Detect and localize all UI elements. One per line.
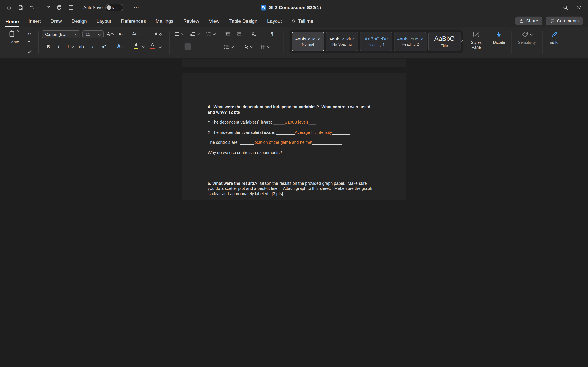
editor-button[interactable]: Editor [546,31,563,45]
share-user-button[interactable] [576,4,582,10]
format-painter-button[interactable] [26,48,33,54]
subscript-button[interactable]: x₂ [90,43,97,50]
lightbulb-icon [292,19,296,24]
numbering-button[interactable] [190,31,199,38]
shrink-font-button[interactable]: A [118,31,125,38]
align-center-button[interactable] [185,43,191,50]
italic-button[interactable]: I [55,43,62,50]
shading-button[interactable] [243,43,253,50]
more-commands-button[interactable]: ⋯ [134,4,139,11]
save-button[interactable] [17,4,24,10]
font-color-button[interactable]: A [150,43,155,48]
bold-button[interactable]: B [45,43,52,50]
paragraph-6[interactable]: 5. What were the results? Graph the resu… [208,180,374,196]
ribbon-tab-bar: HomeInsertDrawDesignLayoutReferencesMail… [0,15,588,27]
tab-layout[interactable]: Layout [96,16,111,27]
grow-font-button[interactable]: A [107,31,113,38]
undo-dropdown-chevron-icon[interactable] [36,6,40,9]
tab-layout[interactable]: Layout [267,16,282,27]
multilevel-list-button[interactable] [206,31,215,38]
underline-button[interactable]: U [64,43,70,50]
borders-button[interactable] [260,43,270,50]
sort-button[interactable] [251,31,257,38]
tab-table-design[interactable]: Table Design [229,16,258,27]
document-page[interactable]: 4. What were the dependent and independe… [182,73,406,200]
styles-gallery-expand-button[interactable]: › [461,38,463,43]
strikethrough-button[interactable]: ab [78,43,85,50]
line-spacing-button[interactable] [224,43,233,50]
comments-button[interactable]: Comments [546,17,583,25]
tab-draw[interactable]: Draw [51,16,62,27]
document-title-group[interactable]: W SI 2 Concussion S22(1) [261,0,327,15]
share-icon [519,19,524,23]
change-case-button[interactable]: Aa [132,31,141,38]
highlight-color-button[interactable]: ab [134,43,138,48]
autosave-knob [107,5,111,10]
align-right-button[interactable] [195,43,202,50]
quick-edit-button[interactable] [68,4,74,10]
superscript-button[interactable]: x² [100,43,107,50]
copy-icon [27,40,32,45]
document-canvas[interactable]: 4. What were the dependent and independe… [0,59,588,200]
style-title[interactable]: AaBbCTitle [428,32,461,51]
editor-label: Editor [549,40,560,45]
paragraph-5[interactable]: Why do we use controls in experiments? [208,150,374,155]
title-dropdown-chevron-icon[interactable] [324,6,328,9]
share-button[interactable]: Share [515,17,542,25]
bullets-button[interactable] [174,31,184,38]
search-button[interactable] [562,4,568,10]
paragraph-4[interactable]: The controls are: ______location of the … [208,140,374,145]
style-label: Title [441,44,448,48]
tab-review[interactable]: Review [183,16,199,27]
previous-page-bottom[interactable] [182,59,406,67]
highlight-dropdown-chevron-icon[interactable] [142,45,145,48]
chevron-down-icon [213,32,216,35]
autosave-toggle[interactable]: AutoSave OFF [83,4,123,11]
font-color-dropdown-chevron-icon[interactable] [158,45,162,48]
tab-design[interactable]: Design [72,16,87,27]
font-name-select[interactable]: Calibri (Bo... [42,30,80,38]
tab-references[interactable]: References [121,16,146,27]
show-paragraph-marks-button[interactable]: ¶ [268,31,275,38]
style-no-spacing[interactable]: AaBbCcDdEeNo Spacing [326,32,358,51]
increase-indent-button[interactable] [235,31,242,38]
styles-pane-button[interactable]: Styles Pane [467,31,485,50]
paragraph-3[interactable]: X The independent variable(s) is/are: __… [208,130,374,135]
paragraph-1[interactable]: 4. What were the dependent and independe… [208,104,374,115]
home-button[interactable] [6,4,12,10]
tab-insert[interactable]: Insert [29,16,41,27]
print-button[interactable] [56,4,62,10]
tab-label: Home [5,18,19,24]
numbered-list-icon [190,31,196,37]
underline-dropdown-chevron-icon[interactable] [71,45,74,48]
align-left-button[interactable] [174,43,181,50]
decrease-indent-button[interactable] [224,31,231,38]
font-size-select[interactable]: 11 [82,30,104,38]
tab-home[interactable]: Home [5,16,19,27]
text-effects-button[interactable]: A [117,43,124,49]
paragraph-2[interactable]: Y The dependent variable(s) is/are: ____… [208,119,374,125]
style-heading-1[interactable]: AaBbCcDcHeading 1 [360,32,392,51]
tab-mailings[interactable]: Mailings [156,16,173,27]
tab-tell-me[interactable]: Tell me [292,16,313,27]
style-normal[interactable]: AaBbCcDdEeNormal [292,32,324,51]
dictate-label: Dictate [493,40,505,45]
redo-button[interactable] [45,4,51,10]
tab-view[interactable]: View [209,16,219,27]
cut-button[interactable]: ✂ [26,31,33,38]
paste-dropdown-chevron-icon[interactable] [17,29,20,32]
dictate-button[interactable]: Dictate [490,31,508,45]
group-divider [488,31,488,54]
undo-button[interactable] [29,4,39,10]
justify-button[interactable] [206,43,212,50]
sensitivity-button[interactable]: Sensitivity [515,31,539,45]
clear-formatting-button[interactable]: A [155,31,163,38]
style-heading-2[interactable]: AaBbCcDdEeHeading 2 [394,32,426,51]
document-text[interactable]: 4. What were the dependent and independe… [208,104,374,200]
copy-button[interactable] [26,39,33,46]
text-run: Why do we use controls in experiments? [208,150,282,155]
paste-button[interactable]: Paste [5,30,22,44]
font-name-value: Calibri (Bo... [45,32,69,36]
text-run: Y [208,120,210,124]
autosave-switch[interactable]: OFF [105,4,123,11]
